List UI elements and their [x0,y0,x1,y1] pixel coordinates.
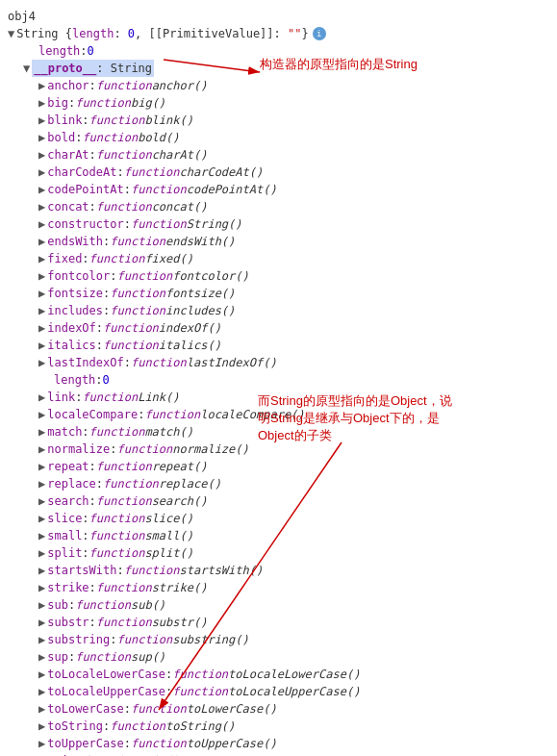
method-sup: ▶ sup: function sup() [4,648,553,666]
expand-charAt[interactable]: ▶ [38,146,45,164]
method-fontcolor: ▶ fontcolor: function fontcolor() [4,267,553,285]
method-sub: ▶ sub: function sub() [4,596,553,614]
expand-toLowerCase[interactable]: ▶ [38,700,45,718]
length-key: length [38,42,80,60]
expand-substring[interactable]: ▶ [38,631,45,648]
method-blink: ▶ blink: function blink() [4,112,553,129]
method-small: ▶ small: function small() [4,527,553,544]
method-slice: ▶ slice: function slice() [4,510,553,527]
expand-codePointAt[interactable]: ▶ [38,181,45,198]
expand-search[interactable]: ▶ [38,492,45,510]
obj4-label: obj4 [4,8,553,25]
obj4-text: obj4 [8,8,36,25]
annotation-object: 而String的原型指向的是Object，说明String是继承与Object下… [258,392,469,445]
method-charAt: ▶ charAt: function charAt() [4,146,553,164]
expand-match[interactable]: ▶ [38,423,45,441]
length-colon: : [80,42,87,60]
devtools-panel: obj4 ▼ String {length: 0, [[PrimitiveVal… [0,0,557,756]
proto-string-label: __proto__: String [32,60,154,77]
annotation-string: 构造器的原型指向的是String [260,56,462,73]
expand-anchor[interactable]: ▶ [38,77,45,94]
expand-startsWith[interactable]: ▶ [38,562,45,579]
method-indexOf: ▶ indexOf: function indexOf() [4,319,553,337]
expand-blink[interactable]: ▶ [38,112,45,129]
method-toString: ▶ toString: function toString() [4,718,553,735]
method-anchor: ▶ anchor: function anchor() [4,77,553,94]
method-endsWith: ▶ endsWith: function endsWith() [4,233,553,250]
expand-trim[interactable]: ▶ [38,752,45,756]
method-search: ▶ search: function search() [4,492,553,510]
method-strike: ▶ strike: function strike() [4,579,553,596]
expand-toLocaleUpperCase[interactable]: ▶ [38,683,45,700]
expand-replace[interactable]: ▶ [38,475,45,492]
method-fixed: ▶ fixed: function fixed() [4,250,553,267]
expand-big[interactable]: ▶ [38,94,45,112]
expand-fontsize[interactable]: ▶ [38,285,45,302]
expand-link[interactable]: ▶ [38,389,45,406]
expand-italics[interactable]: ▶ [38,337,45,354]
expand-charCodeAt[interactable]: ▶ [38,164,45,181]
method-includes: ▶ includes: function includes() [4,302,553,319]
method-charCodeAt: ▶ charCodeAt: function charCodeAt() [4,164,553,181]
string-entry[interactable]: ▼ String {length: 0, [[PrimitiveValue]]:… [4,25,553,42]
expand-repeat[interactable]: ▶ [38,458,45,475]
expand-constructor[interactable]: ▶ [38,215,45,233]
method-fontsize: ▶ fontsize: function fontsize() [4,285,553,302]
method-replace: ▶ replace: function replace() [4,475,553,492]
method-startsWith: ▶ startsWith: function startsWith() [4,562,553,579]
method-big: ▶ big: function big() [4,94,553,112]
expand-bold[interactable]: ▶ [38,129,45,146]
expand-indexOf[interactable]: ▶ [38,319,45,337]
expand-small[interactable]: ▶ [38,527,45,544]
expand-concat[interactable]: ▶ [38,198,45,215]
info-icon[interactable]: i [313,27,326,40]
collapse-arrow[interactable]: ▼ [8,25,14,42]
expand-fixed[interactable]: ▶ [38,250,45,267]
expand-fontcolor[interactable]: ▶ [38,267,45,285]
expand-strike[interactable]: ▶ [38,579,45,596]
method-toLocaleUpperCase: ▶ toLocaleUpperCase: function toLocaleUp… [4,683,553,700]
method-constructor: ▶ constructor: function String() [4,215,553,233]
expand-split[interactable]: ▶ [38,544,45,562]
expand-sub[interactable]: ▶ [38,596,45,614]
expand-substr[interactable]: ▶ [38,614,45,631]
string-label: String {length: 0, [[PrimitiveValue]]: "… [16,25,308,42]
expand-includes[interactable]: ▶ [38,302,45,319]
proto-collapse-arrow[interactable]: ▼ [23,60,30,77]
expand-toUpperCase[interactable]: ▶ [38,735,45,752]
method-split: ▶ split: function split() [4,544,553,562]
method-concat: ▶ concat: function concat() [4,198,553,215]
methods-list: ▶ anchor: function anchor() ▶ big: funct… [4,77,553,756]
expand-lastIndexOf[interactable]: ▶ [38,354,45,371]
length-value: 0 [88,42,94,60]
method-repeat: ▶ repeat: function repeat() [4,458,553,475]
expand-slice[interactable]: ▶ [38,510,45,527]
method-toLowerCase: ▶ toLowerCase: function toLowerCase() [4,700,553,718]
proto-length-line: length: 0 [4,371,553,389]
method-substr: ▶ substr: function substr() [4,614,553,631]
method-substring: ▶ substring: function substring() [4,631,553,648]
expand-toString[interactable]: ▶ [38,718,45,735]
method-toUpperCase: ▶ toUpperCase: function toUpperCase() [4,735,553,752]
method-lastIndexOf: ▶ lastIndexOf: function lastIndexOf() [4,354,553,371]
expand-localeCompare[interactable]: ▶ [38,406,45,423]
expand-toLocaleLowerCase[interactable]: ▶ [38,666,45,683]
method-toLocaleLowerCase: ▶ toLocaleLowerCase: function toLocaleLo… [4,666,553,683]
expand-endsWith[interactable]: ▶ [38,233,45,250]
method-codePointAt: ▶ codePointAt: function codePointAt() [4,181,553,198]
method-bold: ▶ bold: function bold() [4,129,553,146]
expand-sup[interactable]: ▶ [38,648,45,666]
expand-normalize[interactable]: ▶ [38,441,45,458]
method-italics: ▶ italics: function italics() [4,337,553,354]
method-trim: ▶ trim: function trim() [4,752,553,756]
